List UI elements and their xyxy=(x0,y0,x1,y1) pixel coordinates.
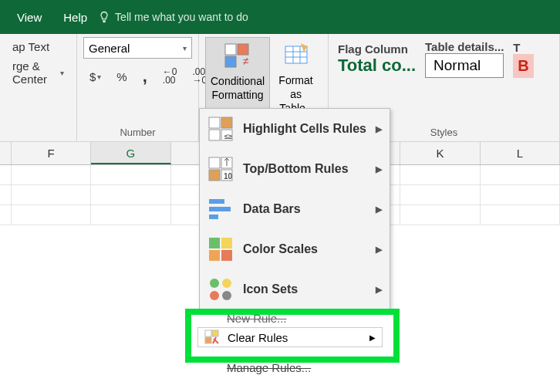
svg-rect-19 xyxy=(209,199,224,204)
svg-rect-30 xyxy=(205,330,211,336)
chevron-right-icon: ▶ xyxy=(376,285,382,295)
svg-rect-31 xyxy=(212,330,218,336)
conditional-formatting-menu: ≤≥ Highlight Cells Rules▶ 10 Top/Bottom … xyxy=(199,108,390,310)
style-table-details-label: Table details... xyxy=(425,40,504,53)
svg-point-27 xyxy=(222,279,231,288)
svg-rect-0 xyxy=(225,44,236,55)
col-header-g[interactable]: G xyxy=(91,142,170,164)
svg-rect-22 xyxy=(209,238,220,248)
svg-rect-2 xyxy=(225,56,236,67)
svg-rect-11 xyxy=(209,130,220,140)
svg-rect-16 xyxy=(209,170,220,181)
svg-rect-25 xyxy=(221,250,232,261)
menu-manage-rules-obscured: Manage Rules... xyxy=(199,361,384,374)
caret-down-icon: ▾ xyxy=(183,44,187,52)
lightbulb-icon xyxy=(98,11,110,23)
svg-text:10: 10 xyxy=(224,172,233,181)
format-as-table-button[interactable]: Format asTable ▾ xyxy=(270,37,322,119)
svg-rect-21 xyxy=(209,215,218,219)
chevron-right-icon: ▶ xyxy=(369,333,376,342)
title-bar: View Help Tell me what you want to do xyxy=(0,0,560,34)
top-bottom-icon: 10 xyxy=(207,156,234,182)
chevron-right-icon: ▶ xyxy=(376,124,382,134)
chevron-right-icon: ▶ xyxy=(376,204,382,215)
menu-data-bars[interactable]: Data Bars▶ xyxy=(200,189,390,229)
style-flag-label: Flag Column xyxy=(338,42,416,56)
caret-down-icon: ▾ xyxy=(60,69,64,77)
menu-highlight-cells[interactable]: ≤≥ Highlight Cells Rules▶ xyxy=(200,109,390,149)
group-number-label: Number xyxy=(83,125,192,140)
svg-rect-24 xyxy=(209,250,220,261)
svg-point-29 xyxy=(222,291,231,300)
col-header-f[interactable]: F xyxy=(12,142,91,164)
svg-rect-20 xyxy=(209,207,231,211)
svg-point-26 xyxy=(210,279,219,288)
cond-format-label: Conditional xyxy=(211,75,265,87)
svg-rect-9 xyxy=(209,117,220,128)
style-bad[interactable]: B xyxy=(513,54,533,78)
menu-top-bottom[interactable]: 10 Top/Bottom Rules▶ xyxy=(200,149,390,189)
svg-rect-1 xyxy=(238,44,248,55)
svg-text:≤≥: ≤≥ xyxy=(224,133,232,140)
chevron-right-icon: ▶ xyxy=(376,245,382,255)
wrap-text-button[interactable]: ap Text xyxy=(6,37,70,56)
data-bars-icon xyxy=(207,196,234,222)
menu-clear-rules[interactable]: Clear Rules ▶ xyxy=(197,327,383,347)
color-scales-icon xyxy=(207,236,234,262)
svg-rect-10 xyxy=(221,117,232,128)
format-table-icon xyxy=(281,40,312,71)
number-format-dropdown[interactable]: General▾ xyxy=(83,37,192,59)
menu-view[interactable]: View xyxy=(6,6,52,29)
icon-sets-icon xyxy=(207,276,234,302)
clear-rules-icon xyxy=(204,329,220,345)
conditional-formatting-icon: ≠ xyxy=(222,41,253,72)
style-total-label: Total co... xyxy=(338,56,416,76)
cell-styles-gallery[interactable]: Flag Column Total co... Table details...… xyxy=(335,37,553,81)
menu-new-rule-obscured: New Rule... xyxy=(197,312,383,325)
col-header-k[interactable]: K xyxy=(400,142,480,164)
percent-button[interactable]: % xyxy=(110,67,133,86)
highlight-cells-icon: ≤≥ xyxy=(207,116,234,142)
style-t-label: T xyxy=(513,41,533,54)
comma-button[interactable]: , xyxy=(137,63,153,90)
menu-help[interactable]: Help xyxy=(52,6,98,29)
svg-rect-14 xyxy=(209,157,220,168)
merge-center-button[interactable]: rge & Center ▾ xyxy=(6,56,70,89)
svg-point-28 xyxy=(210,291,219,300)
currency-button[interactable]: $▾ xyxy=(83,67,107,86)
menu-color-scales[interactable]: Color Scales▶ xyxy=(200,229,390,269)
style-normal[interactable]: Normal xyxy=(425,53,504,78)
chevron-right-icon: ▶ xyxy=(376,164,382,174)
group-alignment-label xyxy=(6,137,70,140)
col-header-l[interactable]: L xyxy=(481,142,560,164)
svg-rect-32 xyxy=(205,337,211,343)
menu-icon-sets[interactable]: Icon Sets▶ xyxy=(200,269,390,309)
svg-rect-23 xyxy=(221,238,232,248)
tell-me-label: Tell me what you want to do xyxy=(115,11,248,23)
increase-decimal-button[interactable]: ←0.00 xyxy=(157,65,184,88)
svg-text:≠: ≠ xyxy=(243,55,249,67)
tell-me-search[interactable]: Tell me what you want to do xyxy=(98,11,248,23)
